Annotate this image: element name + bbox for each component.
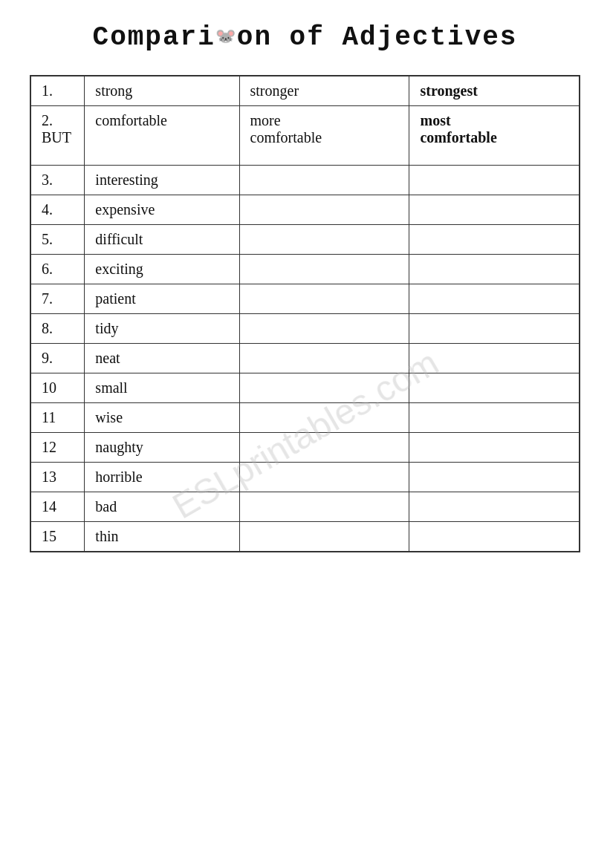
row-number: 13 (30, 463, 85, 492)
base-adjective: patient (85, 284, 239, 314)
base-adjective: bad (85, 492, 239, 522)
comparative-adjective: stronger (239, 76, 409, 106)
superlative-adjective (409, 195, 580, 225)
superlative-adjective (409, 373, 580, 403)
comparative-adjective (239, 225, 409, 255)
table-row: 8.tidy (30, 314, 580, 344)
base-adjective: tidy (85, 314, 239, 344)
superlative-adjective (409, 344, 580, 373)
table-row: 9.neat (30, 344, 580, 373)
title-part2: on of Adjectives (237, 22, 518, 53)
row-number: 4. (30, 195, 85, 225)
superlative-adjective: mostcomfortable (409, 106, 580, 166)
base-adjective: exciting (85, 255, 239, 284)
base-adjective: neat (85, 344, 239, 373)
table-row: 7.patient (30, 284, 580, 314)
row-number: 15 (30, 522, 85, 552)
superlative-adjective (409, 463, 580, 492)
comparative-adjective (239, 166, 409, 195)
superlative-adjective: strongest (409, 76, 580, 106)
table-row: 6.exciting (30, 255, 580, 284)
base-adjective: interesting (85, 166, 239, 195)
row-number: 8. (30, 314, 85, 344)
row-number: 7. (30, 284, 85, 314)
row-number: 1. (30, 76, 85, 106)
row-number: 3. (30, 166, 85, 195)
base-adjective: comfortable (85, 106, 239, 166)
base-adjective: expensive (85, 195, 239, 225)
base-adjective: naughty (85, 433, 239, 463)
row-number: 14 (30, 492, 85, 522)
superlative-adjective (409, 255, 580, 284)
table-row: 15thin (30, 522, 580, 552)
base-adjective: strong (85, 76, 239, 106)
base-adjective: small (85, 373, 239, 403)
superlative-adjective (409, 492, 580, 522)
table-row: 2.BUTcomfortablemorecomfortablemostcomfo… (30, 106, 580, 166)
table-row: 5.difficult (30, 225, 580, 255)
row-number: 5. (30, 225, 85, 255)
comparative-adjective (239, 463, 409, 492)
comparative-adjective (239, 522, 409, 552)
base-adjective: wise (85, 403, 239, 433)
comparative-adjective: morecomfortable (239, 106, 409, 166)
title-icon: 🐭 (215, 27, 237, 47)
table-row: 12naughty (30, 433, 580, 463)
row-number: 11 (30, 403, 85, 433)
adjectives-table-container: 1.strongstrongerstrongest2.BUTcomfortabl… (30, 75, 580, 552)
table-row: 10small (30, 373, 580, 403)
comparative-adjective (239, 284, 409, 314)
superlative-adjective (409, 403, 580, 433)
base-adjective: thin (85, 522, 239, 552)
superlative-adjective (409, 522, 580, 552)
row-number: 10 (30, 373, 85, 403)
comparative-adjective (239, 195, 409, 225)
comparative-adjective (239, 255, 409, 284)
base-adjective: difficult (85, 225, 239, 255)
superlative-adjective (409, 225, 580, 255)
superlative-adjective (409, 433, 580, 463)
table-row: 3.interesting (30, 166, 580, 195)
comparative-adjective (239, 344, 409, 373)
table-row: 1.strongstrongerstrongest (30, 76, 580, 106)
superlative-adjective (409, 314, 580, 344)
page-title: Compari🐭on of Adjectives (93, 22, 518, 53)
adjectives-table: 1.strongstrongerstrongest2.BUTcomfortabl… (30, 75, 580, 552)
table-row: 4.expensive (30, 195, 580, 225)
superlative-adjective (409, 166, 580, 195)
comparative-adjective (239, 373, 409, 403)
comparative-adjective (239, 403, 409, 433)
table-row: 13horrible (30, 463, 580, 492)
row-number: 2.BUT (30, 106, 85, 166)
row-number: 9. (30, 344, 85, 373)
row-number: 6. (30, 255, 85, 284)
base-adjective: horrible (85, 463, 239, 492)
title-part1: Compari (93, 22, 215, 53)
table-row: 14bad (30, 492, 580, 522)
table-row: 11wise (30, 403, 580, 433)
row-number: 12 (30, 433, 85, 463)
superlative-adjective (409, 284, 580, 314)
comparative-adjective (239, 314, 409, 344)
comparative-adjective (239, 433, 409, 463)
comparative-adjective (239, 492, 409, 522)
